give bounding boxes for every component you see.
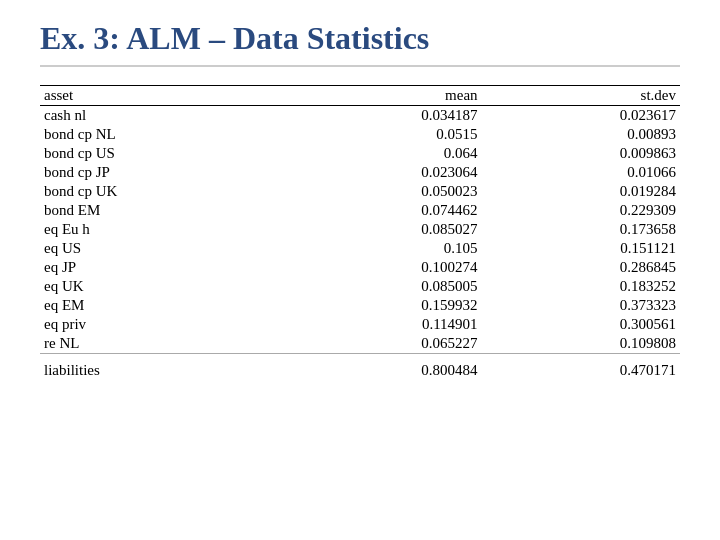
cell-asset: eq Eu h bbox=[40, 220, 283, 239]
cell-asset: bond cp NL bbox=[40, 125, 283, 144]
table-row: eq UK0.0850050.183252 bbox=[40, 277, 680, 296]
cell-stdev: 0.109808 bbox=[482, 334, 680, 354]
cell-asset: bond EM bbox=[40, 201, 283, 220]
cell-stdev: 0.023617 bbox=[482, 106, 680, 126]
cell-asset: eq UK bbox=[40, 277, 283, 296]
table-row: re NL0.0652270.109808 bbox=[40, 334, 680, 354]
cell-stdev: 0.00893 bbox=[482, 125, 680, 144]
cell-mean: 0.105 bbox=[283, 239, 481, 258]
header-asset: asset bbox=[40, 86, 283, 106]
cell-stdev: 0.183252 bbox=[482, 277, 680, 296]
cell-stdev: 0.173658 bbox=[482, 220, 680, 239]
cell-mean: 0.023064 bbox=[283, 163, 481, 182]
table-row: eq Eu h0.0850270.173658 bbox=[40, 220, 680, 239]
cell-asset: eq JP bbox=[40, 258, 283, 277]
table-header-row: asset mean st.dev bbox=[40, 86, 680, 106]
table-row: eq EM0.1599320.373323 bbox=[40, 296, 680, 315]
cell-stdev: 0.019284 bbox=[482, 182, 680, 201]
cell-mean: 0.114901 bbox=[283, 315, 481, 334]
header-stdev: st.dev bbox=[482, 86, 680, 106]
cell-liabilities-label: liabilities bbox=[40, 354, 283, 382]
table-row: bond EM0.0744620.229309 bbox=[40, 201, 680, 220]
cell-stdev: 0.300561 bbox=[482, 315, 680, 334]
table-row: bond cp JP0.0230640.01066 bbox=[40, 163, 680, 182]
cell-mean: 0.065227 bbox=[283, 334, 481, 354]
cell-liabilities-stdev: 0.470171 bbox=[482, 354, 680, 382]
cell-asset: eq priv bbox=[40, 315, 283, 334]
cell-mean: 0.159932 bbox=[283, 296, 481, 315]
table-row: eq US0.1050.151121 bbox=[40, 239, 680, 258]
cell-mean: 0.034187 bbox=[283, 106, 481, 126]
table-row: bond cp UK0.0500230.019284 bbox=[40, 182, 680, 201]
data-statistics-table: asset mean st.dev cash nl0.0341870.02361… bbox=[40, 85, 680, 381]
page: Ex. 3: ALM – Data Statistics asset mean … bbox=[0, 0, 720, 540]
table-footer-row: liabilities0.8004840.470171 bbox=[40, 354, 680, 382]
cell-mean: 0.074462 bbox=[283, 201, 481, 220]
cell-stdev: 0.373323 bbox=[482, 296, 680, 315]
cell-mean: 0.0515 bbox=[283, 125, 481, 144]
header-mean: mean bbox=[283, 86, 481, 106]
table-row: eq priv0.1149010.300561 bbox=[40, 315, 680, 334]
cell-mean: 0.050023 bbox=[283, 182, 481, 201]
table-row: cash nl0.0341870.023617 bbox=[40, 106, 680, 126]
cell-mean: 0.085005 bbox=[283, 277, 481, 296]
table-row: bond cp NL0.05150.00893 bbox=[40, 125, 680, 144]
cell-stdev: 0.286845 bbox=[482, 258, 680, 277]
page-title: Ex. 3: ALM – Data Statistics bbox=[40, 20, 680, 67]
table-row: eq JP0.1002740.286845 bbox=[40, 258, 680, 277]
cell-asset: bond cp JP bbox=[40, 163, 283, 182]
cell-stdev: 0.009863 bbox=[482, 144, 680, 163]
cell-asset: eq US bbox=[40, 239, 283, 258]
cell-stdev: 0.229309 bbox=[482, 201, 680, 220]
cell-mean: 0.100274 bbox=[283, 258, 481, 277]
cell-asset: bond cp US bbox=[40, 144, 283, 163]
cell-asset: eq EM bbox=[40, 296, 283, 315]
table-row: bond cp US0.0640.009863 bbox=[40, 144, 680, 163]
cell-liabilities-mean: 0.800484 bbox=[283, 354, 481, 382]
cell-asset: cash nl bbox=[40, 106, 283, 126]
cell-mean: 0.085027 bbox=[283, 220, 481, 239]
cell-asset: bond cp UK bbox=[40, 182, 283, 201]
cell-stdev: 0.151121 bbox=[482, 239, 680, 258]
cell-mean: 0.064 bbox=[283, 144, 481, 163]
cell-stdev: 0.01066 bbox=[482, 163, 680, 182]
cell-asset: re NL bbox=[40, 334, 283, 354]
